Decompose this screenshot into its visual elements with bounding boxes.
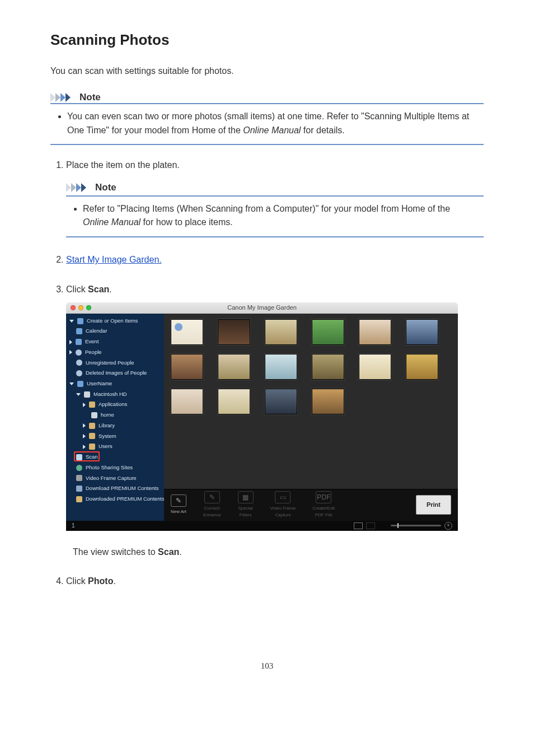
svg-marker-1 [55, 93, 60, 102]
sidebar-item-download-premium[interactable]: Download PREMIUM Contents [66, 483, 164, 494]
thumbnail[interactable] [218, 389, 250, 414]
thumbnail[interactable] [265, 354, 297, 380]
start-my-image-garden-link[interactable]: Start My Image Garden. [66, 255, 162, 264]
svg-marker-6 [76, 183, 81, 192]
step3-c: . [109, 284, 111, 294]
new-art-button[interactable]: ✎ New Art [171, 494, 186, 515]
correct-enhance-icon: ✎ [204, 491, 220, 503]
sidebar-item-label: Download PREMIUM Contents [86, 484, 158, 493]
bb-label: Create/Edit PDF File [312, 505, 335, 519]
thumbnail[interactable] [218, 354, 250, 380]
sidebar-item-users[interactable]: Users [66, 441, 164, 452]
zoom-plus-icon[interactable]: + [444, 522, 452, 530]
sidebar-item-calendar[interactable]: Calendar [66, 326, 164, 337]
sidebar-item-applications[interactable]: Applications [66, 399, 164, 410]
step-1: Place the item on the platen. Note [66, 158, 484, 237]
page-number: 103 [50, 661, 484, 671]
thumbnail[interactable] [312, 354, 344, 380]
thumbnail[interactable] [171, 389, 203, 414]
window-titlebar: Canon My Image Garden [66, 302, 458, 314]
sidebar-item-label: Calendar [86, 327, 107, 335]
note-chevrons-icon [66, 183, 92, 192]
step3-after: The view switches to Scan. [73, 545, 484, 559]
note-text-c: for details. [301, 125, 344, 135]
sidebar-item-video-frame[interactable]: Video Frame Capture [66, 473, 164, 484]
bb-label: Special Filters [238, 505, 252, 519]
thumbnail[interactable] [406, 354, 438, 380]
page-title: Scanning Photos [50, 31, 484, 49]
sidebar-item-scan[interactable]: Scan [66, 452, 164, 463]
note-text-em: Online Manual [243, 125, 301, 135]
thumbnail[interactable] [312, 389, 344, 414]
thumbnail[interactable] [171, 319, 203, 345]
sidebar-item-photo-sharing[interactable]: Photo Sharing Sites [66, 463, 164, 473]
thumbnail[interactable] [265, 389, 297, 414]
video-frame-capture-button[interactable]: ▭ Video Frame Capture [270, 491, 296, 519]
sidebar-item-label: People [85, 348, 102, 357]
sidebar-item-label: Downloaded PREMIUM Contents [86, 495, 164, 503]
intro-paragraph: You can scan with settings suitable for … [50, 64, 484, 78]
note-label: Note [95, 180, 116, 195]
sidebar-item-label: Library [99, 422, 115, 430]
sidebar-item-unregistered[interactable]: Unregistered People [66, 358, 164, 368]
zoom-slider[interactable] [391, 525, 441, 526]
sidebar-item-macintosh-hd[interactable]: Macintosh HD [66, 389, 164, 400]
sidebar-item-label: Applications [99, 400, 127, 409]
sidebar-item-label: Scan [86, 453, 98, 461]
sidebar-item-deleted[interactable]: Deleted Images of People [66, 368, 164, 379]
step3-after-a: The view switches to [73, 547, 158, 557]
thumbnail[interactable] [359, 354, 391, 380]
sidebar-item-username[interactable]: UserName [66, 379, 164, 389]
pdf-icon: PDF [316, 491, 331, 503]
bb-label: Video Frame Capture [270, 505, 296, 519]
sidebar-item-label: Users [99, 442, 113, 451]
correct-enhance-button[interactable]: ✎ Correct/ Enhance [203, 491, 221, 519]
sidebar-item-downloaded-premium[interactable]: Downloaded PREMIUM Contents [66, 494, 164, 505]
bottom-toolbar: ✎ New Art ✎ Correct/ Enhance ▦ Special F… [164, 489, 458, 521]
thumbnail[interactable] [218, 319, 250, 345]
print-button[interactable]: Print [416, 495, 451, 515]
special-filters-button[interactable]: ▦ Special Filters [238, 491, 254, 519]
top-note: Note You can even scan two or more photo… [50, 92, 484, 146]
view-grid-alt-icon[interactable] [366, 522, 375, 529]
thumbnail[interactable] [171, 354, 203, 380]
step3-after-c: . [179, 547, 181, 557]
top-note-item: You can even scan two or more photos (sm… [67, 110, 477, 138]
step4-c: . [113, 576, 115, 586]
special-filters-icon: ▦ [238, 491, 254, 503]
thumbnail[interactable] [406, 319, 438, 345]
step4-bold: Photo [88, 576, 113, 586]
video-frame-icon: ▭ [275, 491, 291, 503]
thumbnail[interactable] [359, 319, 391, 345]
sidebar-item-label: Photo Sharing Sites [86, 464, 133, 472]
sidebar-item-library[interactable]: Library [66, 421, 164, 431]
thumbnail-grid [164, 314, 458, 489]
svg-marker-7 [81, 183, 86, 192]
sidebar-item-label: Macintosh HD [93, 390, 127, 399]
svg-marker-4 [66, 183, 71, 192]
sidebar-item-system[interactable]: System [66, 431, 164, 442]
svg-marker-0 [50, 93, 55, 102]
scan-icon [76, 454, 82, 460]
thumbnail[interactable] [265, 319, 297, 345]
note-label: Note [79, 92, 101, 103]
view-grid-icon[interactable] [354, 522, 363, 529]
create-edit-pdf-button[interactable]: PDF Create/Edit PDF File [312, 491, 335, 519]
sidebar-item-event[interactable]: Event [66, 337, 164, 347]
app-sidebar: Create or Open Items Calendar Event Peop… [66, 314, 164, 521]
sidebar-item-create-open[interactable]: Create or Open Items [66, 316, 164, 326]
step1-note-a: Refer to "Placing Items (When Scanning f… [83, 204, 450, 213]
sidebar-item-home[interactable]: home [66, 410, 164, 421]
step-2: Start My Image Garden. [66, 253, 484, 267]
step3-a: Click [66, 284, 88, 294]
sidebar-item-label: Event [85, 338, 99, 346]
sidebar-item-people[interactable]: People [66, 347, 164, 358]
sidebar-item-label: Create or Open Items [87, 317, 138, 325]
new-art-icon: ✎ [171, 494, 186, 507]
step3-bold: Scan [88, 284, 109, 294]
thumbnail[interactable] [312, 319, 344, 345]
step-1-text: Place the item on the platen. [66, 160, 180, 170]
app-screenshot: Canon My Image Garden Create or Open Ite… [66, 302, 458, 531]
step1-note-em: Online Manual [83, 217, 140, 227]
step4-a: Click [66, 576, 88, 586]
